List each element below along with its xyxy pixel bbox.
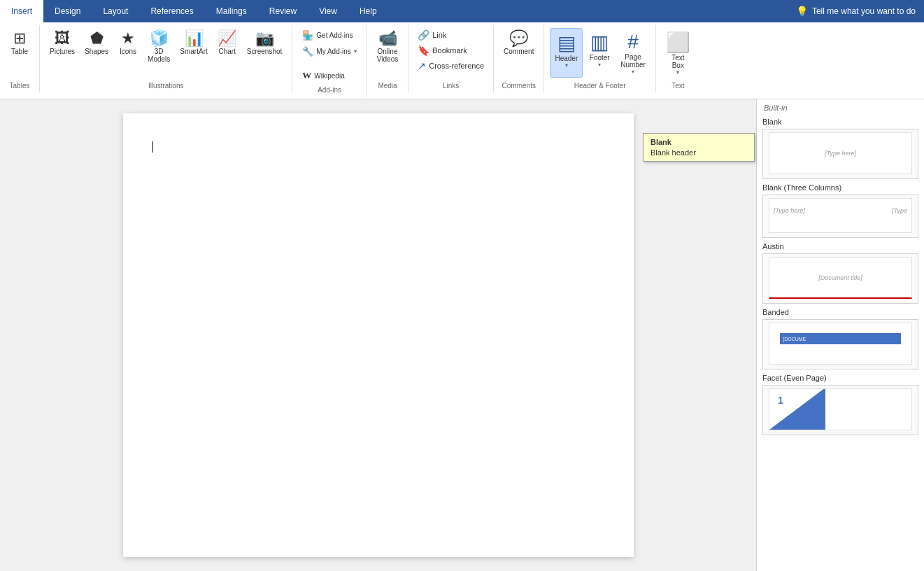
page-number-button[interactable]: # PageNumber ▾ [616,28,650,78]
illustrations-group-label: Illustrations [45,79,286,90]
tooltip-popup: Blank Blank header [643,133,755,162]
online-videos-icon: 📹 [378,31,397,46]
icons-button[interactable]: ★ Icons [114,28,142,58]
facet-template[interactable]: 1 [762,385,918,435]
wikipedia-label: Wikipedia [314,72,344,80]
get-addins-label: Get Add-ins [316,31,353,39]
facet-template-name: Facet (Even Page) [757,371,924,383]
banded-template-name: Banded [757,305,924,318]
blank-template[interactable]: [Type here] [762,129,918,179]
banded-template[interactable]: [DOCUME [762,319,918,369]
three-col-text-right: [Type [892,207,907,214]
main-area: Built-in Blank [Type here] Blank (Three … [0,99,924,571]
icons-icon: ★ [121,31,135,46]
tab-bar: Insert Design Layout References Mailings… [0,0,924,22]
smartart-button[interactable]: 📊 SmartArt [176,28,211,58]
get-addins-button[interactable]: 🏪 Get Add-ins [298,28,360,43]
tooltip-title: Blank [651,138,747,146]
header-label: Header [555,55,578,62]
media-buttons: 📹 OnlineVideos [373,28,402,66]
document-page[interactable] [123,113,634,557]
header-button[interactable]: ▤ Header ▾ [550,28,583,78]
comments-buttons: 💬 Comment [499,28,538,58]
illustrations-buttons: 🖼 Pictures ⬟ Shapes ★ Icons 🧊 3DModels 📊… [45,28,286,66]
text-cursor [152,141,153,153]
online-videos-button[interactable]: 📹 OnlineVideos [373,28,402,66]
austin-preview: [Document title] [769,257,912,299]
banded-bar: [DOCUME [780,333,901,344]
3d-models-label: 3DModels [148,48,170,63]
cross-reference-label: Cross-reference [429,62,484,70]
online-videos-label: OnlineVideos [377,48,398,63]
get-addins-icon: 🏪 [302,30,313,41]
pictures-label: Pictures [50,48,75,55]
my-addins-icon: 🔧 [302,46,313,57]
lightbulb-icon: 💡 [796,6,808,17]
screenshot-button[interactable]: 📷 Screenshot [243,28,287,58]
pictures-button[interactable]: 🖼 Pictures [45,28,79,58]
text-box-dropdown: ▾ [676,69,679,76]
text-box-label: TextBox [671,54,684,69]
wikipedia-button[interactable]: W Wikipedia [298,68,360,83]
tables-buttons: ⊞ Table [6,28,34,58]
shapes-button[interactable]: ⬟ Shapes [80,28,113,58]
tab-help[interactable]: Help [348,0,388,22]
shapes-label: Shapes [85,48,108,55]
cross-reference-button[interactable]: ↗ Cross-reference [414,59,488,73]
ribbon: ⊞ Table Tables 🖼 Pictures ⬟ Shapes ★ Ico… [0,22,924,99]
hf-group-label: Header & Footer [550,79,649,90]
link-button[interactable]: 🔗 Link [414,28,488,42]
facet-preview: 1 [769,388,912,430]
link-icon: 🔗 [418,29,429,41]
group-links: 🔗 Link 🔖 Bookmark ↗ Cross-reference Link… [408,25,494,92]
comment-button[interactable]: 💬 Comment [499,28,538,58]
blank-template-name: Blank [757,115,924,127]
shapes-icon: ⬟ [90,31,104,46]
table-button[interactable]: ⊞ Table [6,28,34,58]
blank-three-col-template[interactable]: [Type here] [Type [762,195,918,238]
group-illustrations: 🖼 Pictures ⬟ Shapes ★ Icons 🧊 3DModels 📊… [40,25,292,92]
tab-review[interactable]: Review [258,0,308,22]
chart-label: Chart [219,48,236,55]
comment-icon: 💬 [509,31,528,46]
screenshot-label: Screenshot [247,48,283,55]
my-addins-label: My Add-ins [316,48,350,55]
tab-references[interactable]: References [139,0,204,22]
group-tables: ⊞ Table Tables [0,25,40,92]
blank-preview: [Type here] [769,132,912,174]
tab-insert[interactable]: Insert [0,0,43,22]
text-box-button[interactable]: ⬜ TextBox ▾ [662,28,695,78]
chart-button[interactable]: 📈 Chart [213,28,241,58]
text-box-icon: ⬜ [666,31,690,54]
bookmark-button[interactable]: 🔖 Bookmark [414,43,488,57]
header-icon: ▤ [557,31,576,55]
footer-button[interactable]: ▥ Footer ▾ [584,28,615,78]
tab-design[interactable]: Design [43,0,92,22]
tab-mailings[interactable]: Mailings [205,0,258,22]
bookmark-icon: 🔖 [418,45,429,56]
wikipedia-icon: W [302,70,311,81]
tab-layout[interactable]: Layout [92,0,139,22]
tab-view[interactable]: View [308,0,348,22]
banded-preview: [DOCUME [769,323,912,365]
blank-three-col-template-name: Blank (Three Columns) [757,181,924,193]
table-icon: ⊞ [13,31,26,46]
hf-buttons: ▤ Header ▾ ▥ Footer ▾ # PageNumber ▾ [550,28,649,78]
right-panel: Built-in Blank [Type here] Blank (Three … [756,99,924,571]
smartart-icon: 📊 [185,31,204,46]
group-media: 📹 OnlineVideos Media [367,25,408,92]
tell-me-text[interactable]: Tell me what you want to do [812,6,916,16]
3d-models-button[interactable]: 🧊 3DModels [143,28,174,66]
footer-dropdown: ▾ [598,62,601,68]
group-text: ⬜ TextBox ▾ Text [656,25,700,92]
document-area[interactable] [0,99,756,571]
austin-template[interactable]: [Document title] [762,253,918,304]
page-number-dropdown: ▾ [632,69,634,75]
panel-section-label: Built-in [757,99,924,115]
addins-buttons: 🏪 Get Add-ins 🔧 My Add-ins ▾ W Wikipedia [298,28,360,83]
addins-dropdown-arrow: ▾ [354,48,357,55]
text-group-label: Text [662,79,695,90]
my-addins-button[interactable]: 🔧 My Add-ins ▾ [298,44,360,59]
tables-group-label: Tables [6,79,34,90]
icons-label: Icons [120,48,136,55]
